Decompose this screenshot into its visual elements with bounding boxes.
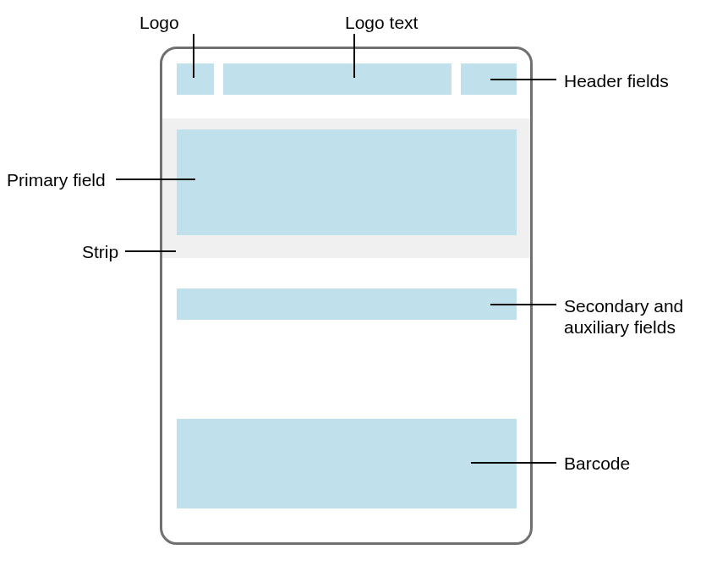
- leader-secondary-aux: [490, 304, 556, 305]
- label-header-fields: Header fields: [564, 70, 669, 91]
- label-logo-text: Logo text: [345, 12, 418, 33]
- barcode-region: [177, 419, 517, 508]
- label-logo: Logo: [140, 12, 179, 33]
- label-primary-field: Primary field: [7, 169, 106, 190]
- label-secondary-aux: Secondary and auxiliary fields: [564, 295, 716, 338]
- leader-primary-field: [116, 179, 195, 180]
- primary-field-region: [177, 129, 517, 235]
- label-strip: Strip: [82, 241, 118, 262]
- leader-header-fields: [490, 79, 556, 80]
- diagram-stage: Logo Logo text Header fields Primary fie…: [0, 0, 728, 566]
- pass-card: [160, 47, 533, 545]
- leader-logo-text: [353, 34, 355, 78]
- label-barcode: Barcode: [564, 453, 630, 474]
- logo-region: [177, 63, 214, 95]
- logo-text-region: [223, 63, 452, 95]
- leader-barcode: [471, 462, 556, 464]
- leader-logo: [193, 34, 194, 78]
- secondary-aux-region: [177, 288, 517, 320]
- leader-strip: [125, 250, 176, 252]
